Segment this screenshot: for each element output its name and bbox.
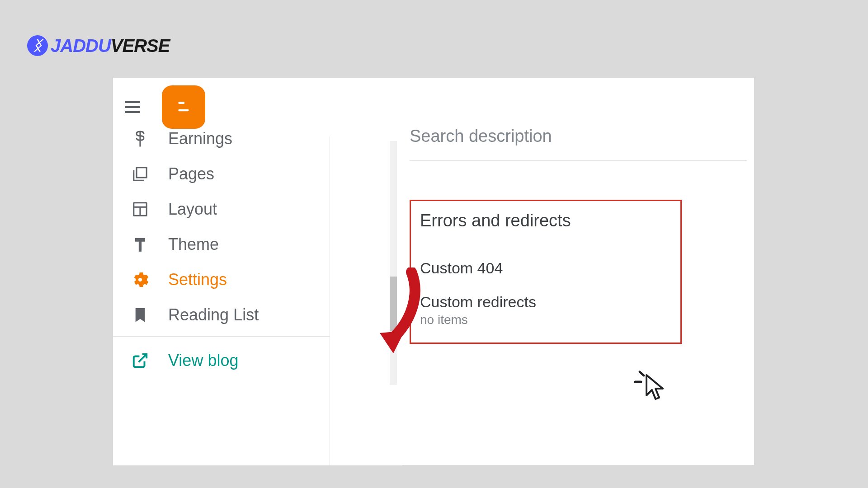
sidebar-item-earnings[interactable]: Earnings (113, 121, 330, 156)
svg-rect-1 (137, 168, 146, 178)
custom-404-row[interactable]: Custom 404 (420, 251, 671, 285)
sidebar: Earnings Pages Layout Theme (113, 136, 390, 465)
bookmark-icon (131, 306, 149, 324)
jadduverse-wordmark: JADDUVERSE (51, 37, 170, 55)
svg-point-5 (138, 277, 142, 282)
theme-icon (131, 236, 149, 253)
gear-icon (131, 271, 149, 288)
external-link-icon (131, 352, 149, 369)
sidebar-item-theme[interactable]: Theme (113, 227, 330, 262)
sidebar-item-view-blog[interactable]: View blog (113, 336, 330, 385)
custom-redirects-row[interactable]: Custom redirects (420, 285, 671, 313)
sidebar-item-reading-list[interactable]: Reading List (113, 297, 330, 333)
errors-and-redirects-section: Errors and redirects Custom 404 Custom r… (410, 200, 682, 344)
errors-heading: Errors and redirects (420, 211, 671, 230)
dollar-icon (131, 130, 149, 147)
sidebar-item-label: Pages (168, 166, 214, 182)
sidebar-item-pages[interactable]: Pages (113, 156, 330, 192)
hamburger-menu-icon[interactable] (125, 101, 140, 113)
sidebar-item-label: Theme (168, 236, 219, 253)
sidebar-item-label: Earnings (168, 131, 232, 147)
blogger-screenshot: Earnings Pages Layout Theme (113, 78, 754, 465)
jadduverse-glyph: ᛝ (33, 38, 42, 53)
sidebar-item-label: Reading List (168, 307, 259, 323)
content-scrollbar[interactable] (390, 141, 397, 385)
search-description-row[interactable]: Search description (410, 127, 747, 161)
sidebar-item-label: View blog (168, 352, 238, 369)
main-content: Search description Errors and redirects … (402, 136, 754, 465)
pages-icon (131, 165, 149, 183)
sidebar-item-label: Layout (168, 201, 217, 217)
sidebar-item-label: Settings (168, 272, 227, 288)
custom-redirects-value: no items (420, 313, 671, 327)
jadduverse-logo: ᛝ JADDUVERSE (27, 35, 170, 56)
sidebar-item-layout[interactable]: Layout (113, 192, 330, 227)
divider (402, 465, 754, 465)
layout-icon (131, 201, 149, 218)
sidebar-item-settings[interactable]: Settings (113, 262, 330, 297)
scrollbar-thumb[interactable] (390, 277, 397, 331)
jadduverse-icon: ᛝ (27, 35, 48, 56)
